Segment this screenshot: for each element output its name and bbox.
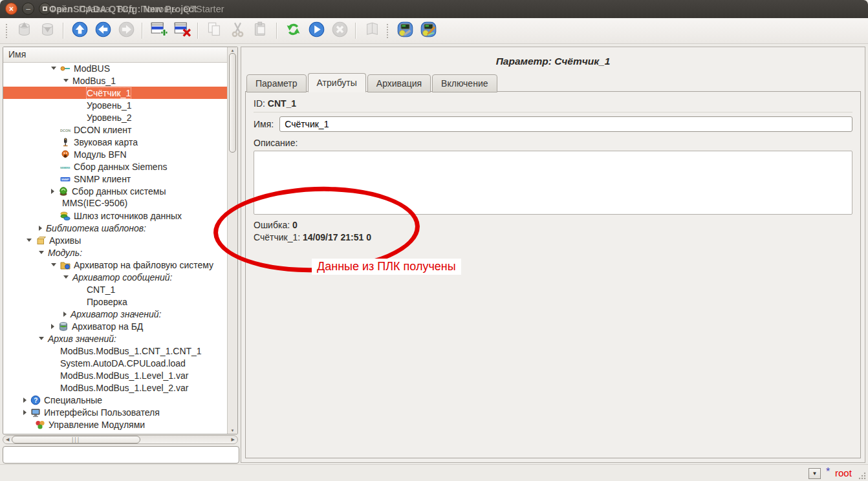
name-input[interactable]	[279, 116, 852, 132]
tree-item[interactable]: Модуль BFN	[3, 148, 228, 160]
refresh-button[interactable]	[283, 21, 303, 41]
scroll-right-icon[interactable]: ▶	[232, 436, 235, 444]
tree-item[interactable]: ModBUS	[3, 62, 228, 74]
tree-item[interactable]: Библиотека шаблонов:	[3, 222, 228, 234]
copy-button[interactable]	[204, 21, 224, 41]
expander-open-icon[interactable]	[63, 79, 69, 82]
vision-icon	[420, 21, 437, 41]
cut-button[interactable]	[227, 21, 248, 41]
tab-архивация[interactable]: Архивация	[367, 74, 431, 92]
tree-item[interactable]: Архиватор на БД	[3, 320, 228, 332]
tree-item[interactable]: Архив значений:	[3, 332, 228, 345]
description-textarea[interactable]	[254, 151, 852, 215]
scroll-down-icon[interactable]: ▼	[228, 429, 237, 433]
tree-item[interactable]: Звуковая карта	[3, 136, 228, 148]
tree-item[interactable]: Проверка	[3, 295, 228, 308]
toolbar-handle[interactable]	[6, 24, 9, 38]
start-button[interactable]	[306, 21, 327, 41]
tree-item[interactable]: System.AutoDA.CPULoad.load	[3, 357, 228, 369]
paste-button[interactable]	[250, 21, 271, 41]
special-icon: ?	[30, 395, 41, 405]
tree-filter-input[interactable]	[3, 446, 239, 464]
expander-open-icon[interactable]	[39, 337, 44, 340]
expander-open-icon[interactable]	[39, 251, 44, 254]
qtcfg-button[interactable]	[395, 21, 415, 41]
scrollbar-thumb[interactable]: |||	[12, 436, 140, 444]
expander-open-icon[interactable]	[51, 263, 56, 266]
go-up-button[interactable]	[69, 21, 90, 41]
scroll-left-icon[interactable]: ◀	[6, 436, 9, 444]
tree-item[interactable]: Интерфейсы Пользователя	[3, 406, 228, 418]
tree-horizontal-scrollbar[interactable]: ◀ ||| ▶	[3, 435, 238, 444]
vision-button[interactable]	[418, 21, 439, 41]
tree-vertical-scrollbar[interactable]: ▲ ▼	[227, 47, 237, 434]
id-row: ID: CNT_1	[254, 92, 852, 112]
expander-open-icon[interactable]	[27, 239, 32, 242]
tree-item[interactable]: CNT_1	[3, 283, 228, 295]
tree-item[interactable]: ModBus.ModBus_1.Level_2.var	[3, 381, 228, 394]
toolbar-handle[interactable]	[387, 24, 390, 38]
tree-item[interactable]: ModBus.ModBus_1.Level_1.var	[3, 369, 228, 381]
tree-item[interactable]: ModBus.ModBus_1.CNT_1.CNT_1	[3, 345, 228, 357]
tree-rows: ModBUSModBus_1Счётчик_1Уровень_1Уровень_…	[3, 62, 228, 434]
expander-closed-icon[interactable]	[23, 410, 27, 415]
tree-item-label: Архиватор значений:	[71, 309, 161, 319]
tree-item[interactable]: Архиватор на файловую систему	[3, 259, 228, 271]
tree-item[interactable]: Архивы	[3, 234, 228, 246]
expander-closed-icon[interactable]	[51, 324, 54, 329]
item-delete-button[interactable]	[171, 21, 192, 41]
resize-grip[interactable]	[858, 471, 867, 480]
tree-item[interactable]: Сбор данных системыMMS(IEC-9506)	[3, 185, 228, 209]
tree-item[interactable]: SIEMENSСбор данных Siemens	[3, 160, 228, 173]
tree-item[interactable]: Архиватор сообщений:	[3, 271, 228, 283]
expander-closed-icon[interactable]	[51, 189, 54, 194]
expander-open-icon[interactable]	[51, 67, 56, 70]
tree-item[interactable]: Управление Модулями	[3, 418, 228, 431]
window-minimize-button[interactable]: –	[22, 3, 34, 15]
tab-включение[interactable]: Включение	[432, 74, 497, 92]
nav-forward-icon	[118, 21, 135, 41]
toolbar-separator	[197, 23, 199, 39]
tree-item-label: Специальные	[44, 395, 102, 405]
tree-item[interactable]: Уровень_2	[3, 111, 228, 123]
tree-item[interactable]: Шлюз источников данных	[3, 209, 228, 222]
tree-item[interactable]: Модуль:	[3, 246, 228, 259]
expander-closed-icon[interactable]	[23, 398, 27, 403]
tree-item-label: ModBus.ModBus_1.CNT_1.CNT_1	[60, 346, 202, 356]
tree-item[interactable]: ?Специальные	[3, 394, 228, 406]
tree-item-label: Сбор данных Siemens	[74, 162, 167, 172]
tree-item[interactable]: Уровень_1	[3, 99, 228, 111]
manual-button[interactable]	[362, 21, 382, 41]
expander-closed-icon[interactable]	[63, 312, 67, 317]
save-to-db-button[interactable]	[37, 21, 58, 41]
maximize-icon	[43, 6, 47, 11]
page-title: Параметр: Счётчик_1	[241, 56, 865, 67]
expander-closed-icon[interactable]	[39, 226, 42, 231]
counter-row: Счётчик_1: 14/09/17 21:51 0	[254, 231, 852, 244]
tree-item-label: Интерфейсы Пользователя	[44, 407, 160, 418]
tab-атрибуты[interactable]: Атрибуты	[308, 73, 366, 92]
tree-item-label: Архив значений:	[48, 334, 116, 344]
window-close-button[interactable]: ×	[5, 3, 17, 15]
load-from-db-button[interactable]	[14, 21, 34, 41]
go-forward-button[interactable]	[116, 21, 136, 41]
tree-column-header[interactable]: Имя	[3, 47, 237, 63]
tree-item[interactable]: DCONDCON клиент	[3, 123, 228, 136]
db-load-icon	[16, 21, 33, 41]
go-back-button[interactable]	[92, 21, 113, 41]
tree-item[interactable]: Архиватор значений:	[3, 308, 228, 320]
window-title: OpenSCADA QTCfg: New Project	[49, 0, 197, 18]
nav-up-icon	[71, 21, 89, 41]
tree-item[interactable]: SNMPSNMP клиент	[3, 173, 228, 185]
scrollbar-thumb[interactable]	[229, 53, 236, 153]
scroll-up-icon[interactable]: ▲	[228, 48, 237, 52]
status-dropdown-button[interactable]: ▼	[808, 468, 821, 479]
item-add-button[interactable]	[148, 21, 169, 41]
stop-button[interactable]	[329, 21, 350, 41]
expander-open-icon[interactable]	[63, 275, 69, 279]
db-archiver-icon	[58, 321, 69, 332]
tab-параметр[interactable]: Параметр	[246, 74, 307, 92]
tree-item[interactable]: ModBus_1	[3, 74, 228, 87]
tree-item[interactable]: Счётчик_1	[3, 87, 228, 99]
tree-item-label: SNMP клиент	[74, 174, 131, 184]
